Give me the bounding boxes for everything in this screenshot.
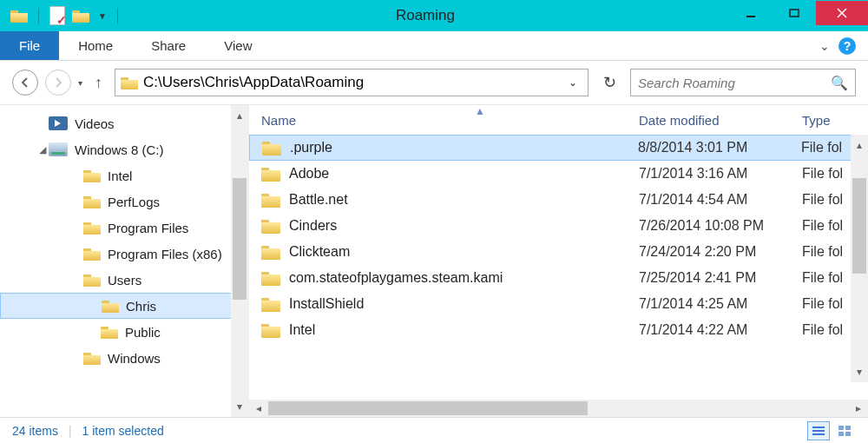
svg-rect-6: [812, 433, 825, 435]
table-row[interactable]: InstallShield7/1/2014 4:25 AMFile fol: [249, 291, 868, 317]
history-dropdown-icon[interactable]: ▾: [78, 78, 82, 88]
file-date: 7/1/2014 4:54 AM: [639, 192, 802, 208]
expand-ribbon-icon[interactable]: ⌄: [819, 39, 830, 53]
navigation-bar: ▾ ↑ ⌄ ↻ 🔍: [0, 61, 868, 104]
file-list: Name ▲ Date modified Type .purple8/8/201…: [248, 105, 868, 417]
navigation-tree[interactable]: Videos◢Windows 8 (C:)IntelPerfLogsProgra…: [0, 105, 248, 417]
column-headers: Name ▲ Date modified Type: [249, 105, 868, 135]
tree-label: Users: [108, 273, 141, 288]
maximize-button[interactable]: [773, 1, 816, 25]
file-name: InstallShield: [289, 296, 639, 312]
thumbnails-view-button[interactable]: [833, 421, 856, 440]
tree-label: PerfLogs: [108, 195, 160, 209]
forward-button[interactable]: [45, 69, 71, 96]
scroll-left-icon[interactable]: ◂: [249, 402, 268, 414]
folder-icon: [261, 322, 280, 338]
drive-icon: [49, 142, 68, 156]
scroll-thumb[interactable]: [852, 178, 866, 274]
tab-home[interactable]: Home: [59, 31, 132, 60]
table-row[interactable]: Clickteam7/24/2014 2:20 PMFile fol: [249, 239, 868, 265]
tree-label: Program Files: [108, 221, 188, 235]
scroll-down-icon[interactable]: ▾: [851, 361, 868, 382]
svg-rect-1: [790, 10, 799, 17]
table-row[interactable]: Intel7/1/2014 4:22 AMFile fol: [249, 317, 868, 343]
item-count: 24 items: [12, 424, 58, 438]
column-name[interactable]: Name ▲: [261, 113, 639, 128]
file-name: Cinders: [289, 218, 639, 234]
file-name: com.stateofplaygames.steam.kami: [289, 270, 639, 286]
tree-label: Windows 8 (C:): [75, 142, 164, 157]
scroll-down-icon[interactable]: ▾: [231, 396, 248, 417]
folder-icon[interactable]: [10, 9, 28, 23]
divider: |: [69, 424, 72, 438]
folder-icon: [101, 325, 118, 339]
tree-scrollbar[interactable]: ▴ ▾: [231, 105, 248, 417]
tree-node[interactable]: Users: [0, 267, 248, 293]
folder-icon: [261, 192, 280, 208]
folder-icon: [261, 296, 280, 312]
column-date[interactable]: Date modified: [639, 113, 802, 128]
svg-rect-10: [845, 432, 851, 436]
tree-node[interactable]: Videos: [0, 110, 248, 136]
address-dropdown-icon[interactable]: ⌄: [563, 76, 582, 89]
tree-node[interactable]: Chris: [0, 293, 248, 319]
search-box[interactable]: 🔍: [630, 69, 856, 96]
tree-label: Program Files (x86): [108, 247, 222, 261]
file-date: 7/1/2014 4:25 AM: [639, 296, 802, 312]
folder-icon: [261, 244, 280, 260]
folder-icon: [83, 221, 101, 235]
tree-node[interactable]: Windows: [0, 345, 248, 371]
list-hscrollbar[interactable]: ◂ ▸: [249, 400, 868, 417]
folder-icon: [102, 299, 119, 313]
tree-node[interactable]: Public: [0, 319, 248, 345]
refresh-button[interactable]: ↻: [595, 69, 623, 96]
table-row[interactable]: com.stateofplaygames.steam.kami7/25/2014…: [249, 265, 868, 291]
content-area: Videos◢Windows 8 (C:)IntelPerfLogsProgra…: [0, 104, 868, 417]
address-bar[interactable]: ⌄: [115, 69, 589, 96]
tree-node[interactable]: ◢Windows 8 (C:): [0, 136, 248, 162]
tree-label: Videos: [75, 116, 115, 131]
folder-icon: [121, 76, 138, 89]
table-row[interactable]: Adobe7/1/2014 3:16 AMFile fol: [249, 161, 868, 187]
tree-label: Chris: [126, 299, 156, 314]
scroll-thumb[interactable]: [268, 401, 588, 415]
scroll-up-icon[interactable]: ▴: [231, 105, 248, 126]
svg-rect-4: [812, 426, 825, 428]
scroll-thumb[interactable]: [233, 178, 247, 300]
tree-node[interactable]: Intel: [0, 162, 248, 188]
file-name: Clickteam: [289, 244, 639, 260]
table-row[interactable]: Cinders7/26/2014 10:08 PMFile fol: [249, 213, 868, 239]
table-row[interactable]: .purple8/8/2014 3:01 PMFile fol: [249, 135, 868, 161]
address-input[interactable]: [143, 74, 563, 91]
file-name: .purple: [290, 140, 638, 155]
table-row[interactable]: Battle.net7/1/2014 4:54 AMFile fol: [249, 187, 868, 213]
close-button[interactable]: [816, 1, 868, 25]
back-button[interactable]: [12, 69, 38, 96]
ribbon: File Home Share View ⌄ ?: [0, 31, 868, 61]
details-view-button[interactable]: [807, 421, 830, 440]
file-name: Battle.net: [289, 192, 639, 208]
window-controls: [729, 1, 868, 25]
scroll-up-icon[interactable]: ▴: [851, 135, 868, 155]
list-vscrollbar[interactable]: ▴ ▾: [851, 135, 868, 382]
properties-icon[interactable]: [49, 6, 65, 25]
up-button[interactable]: ↑: [95, 74, 102, 92]
column-type[interactable]: Type: [802, 113, 868, 128]
tab-view[interactable]: View: [205, 31, 271, 60]
new-folder-icon[interactable]: [72, 9, 89, 23]
expand-icon[interactable]: ◢: [36, 144, 49, 155]
help-icon[interactable]: ?: [838, 37, 856, 55]
minimize-button[interactable]: [729, 1, 773, 25]
tab-share[interactable]: Share: [132, 31, 205, 60]
qat-dropdown-icon[interactable]: ▼: [98, 11, 107, 21]
folder-icon: [83, 195, 101, 208]
svg-rect-9: [838, 432, 844, 436]
tree-label: Intel: [108, 169, 132, 183]
tree-node[interactable]: Program Files: [0, 215, 248, 241]
tree-node[interactable]: PerfLogs: [0, 188, 248, 215]
file-tab[interactable]: File: [0, 31, 59, 60]
svg-rect-5: [812, 430, 825, 432]
tree-node[interactable]: Program Files (x86): [0, 241, 248, 267]
scroll-right-icon[interactable]: ▸: [849, 402, 868, 414]
search-input[interactable]: [638, 76, 825, 90]
